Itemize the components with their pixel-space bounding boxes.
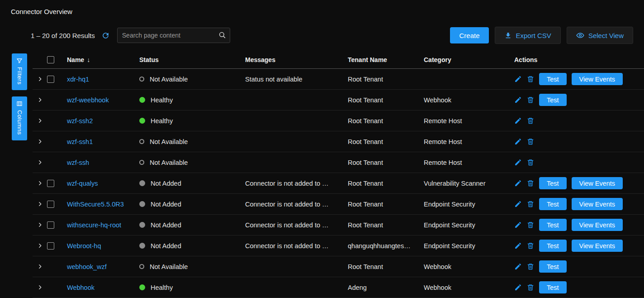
expand-chevron-icon[interactable] [37, 118, 43, 124]
status-label: Not Available [150, 138, 188, 145]
delete-icon[interactable] [527, 179, 534, 187]
delete-icon[interactable] [527, 138, 534, 145]
connector-name-link[interactable]: xdr-hq1 [67, 76, 89, 83]
tenant-name: Adeng [348, 284, 367, 291]
connector-name-link[interactable]: withsecure-hq-root [67, 221, 121, 229]
category-cell: Webhook [424, 284, 514, 291]
expand-chevron-icon[interactable] [37, 222, 43, 228]
view-events-button[interactable]: View Events [572, 219, 623, 231]
expand-chevron-icon[interactable] [37, 264, 43, 269]
row-checkbox[interactable] [47, 201, 54, 208]
category-cell: Webhook [424, 263, 514, 270]
connector-name-link[interactable]: wzf-weebhook [67, 96, 109, 104]
delete-icon[interactable] [527, 263, 534, 270]
test-button[interactable]: Test [539, 94, 567, 106]
test-button[interactable]: Test [539, 219, 567, 231]
row-checkbox[interactable] [47, 221, 54, 229]
connector-name-link[interactable]: wzf-ssh1 [67, 138, 93, 145]
row-checkbox[interactable] [47, 76, 54, 83]
expand-chevron-icon[interactable] [37, 284, 43, 290]
delete-icon[interactable] [527, 242, 534, 250]
edit-icon[interactable] [514, 221, 522, 229]
view-events-button[interactable]: View Events [572, 240, 623, 252]
delete-icon[interactable] [527, 221, 534, 229]
test-button[interactable]: Test [539, 240, 567, 252]
create-button[interactable]: Create [450, 27, 488, 43]
select-view-button[interactable]: Select View [567, 27, 633, 44]
status-not-available-icon [139, 264, 144, 269]
test-button[interactable]: Test [539, 198, 567, 210]
name-cell: Webhook [65, 284, 139, 291]
tenant-cell: Root Tenant [348, 117, 424, 125]
edit-icon[interactable] [514, 117, 522, 125]
select-all-checkbox[interactable] [47, 56, 54, 63]
table-row: WebhookHealthyAdengWebhookTest [33, 277, 644, 298]
message-cell: Status not available [245, 76, 348, 83]
table-row: withsecure-hq-rootNot AddedConnector is … [33, 215, 644, 236]
view-events-button[interactable]: View Events [572, 177, 623, 189]
category-cell: Remote Host [424, 138, 514, 145]
columns-tab[interactable]: Columns [12, 96, 27, 140]
edit-icon[interactable] [514, 200, 522, 208]
expand-chevron-icon[interactable] [37, 139, 43, 144]
test-button[interactable]: Test [539, 73, 567, 85]
filters-tab[interactable]: Filters [12, 53, 27, 90]
expand-chevron-icon[interactable] [37, 201, 43, 207]
connector-name-link[interactable]: wzf-qualys [67, 180, 98, 187]
name-cell: WithSecure5.5.0R3 [65, 201, 139, 208]
category-name: Remote Host [424, 159, 462, 166]
connector-name-link[interactable]: wzf-ssh2 [67, 117, 93, 125]
delete-icon[interactable] [527, 75, 534, 83]
status-cell: Not Added [139, 180, 245, 187]
table-body: xdr-hq1Not AvailableStatus not available… [33, 69, 644, 298]
tenant-name: Root Tenant [348, 159, 383, 166]
export-csv-button[interactable]: Export CSV [495, 27, 561, 44]
edit-icon[interactable] [514, 159, 522, 166]
expand-chevron-icon[interactable] [37, 159, 43, 165]
edit-icon[interactable] [514, 179, 522, 187]
expand-chevron-icon[interactable] [37, 76, 43, 82]
edit-icon[interactable] [514, 242, 522, 250]
search-icon [218, 31, 227, 41]
delete-icon[interactable] [527, 117, 534, 125]
connector-name-link[interactable]: Webhook [67, 284, 95, 291]
edit-icon[interactable] [514, 75, 522, 83]
delete-icon[interactable] [527, 200, 534, 208]
expand-chevron-icon[interactable] [37, 180, 43, 186]
search-input[interactable] [117, 28, 230, 43]
status-cell: Healthy [139, 117, 245, 125]
expand-chevron-icon[interactable] [37, 243, 43, 249]
status-not-available-icon [139, 160, 144, 165]
row-checkbox[interactable] [47, 180, 54, 187]
row-checkbox[interactable] [47, 242, 54, 250]
test-button[interactable]: Test [539, 260, 567, 273]
connector-name-link[interactable]: webhook_wzf [67, 263, 107, 270]
edit-icon[interactable] [514, 263, 522, 270]
edit-icon[interactable] [514, 96, 522, 104]
actions-cell: TestView Events [514, 198, 644, 210]
name-cell: wzf-qualys [65, 180, 139, 187]
edit-icon[interactable] [514, 138, 522, 145]
delete-icon[interactable] [527, 284, 534, 291]
category-cell: Remote Host [424, 159, 514, 166]
view-events-button[interactable]: View Events [572, 198, 623, 210]
tenant-name: Root Tenant [348, 76, 383, 83]
view-events-button[interactable]: View Events [572, 73, 623, 85]
tenant-cell: Root Tenant [348, 96, 424, 104]
status-cell: Not Available [139, 76, 245, 83]
tenant-cell: Root Tenant [348, 201, 424, 208]
connector-name-link[interactable]: Webroot-hq [67, 242, 101, 250]
test-button[interactable]: Test [539, 177, 567, 189]
filter-icon [16, 58, 23, 64]
checkbox-cell [47, 76, 65, 83]
connector-name-link[interactable]: WithSecure5.5.0R3 [67, 201, 124, 208]
delete-icon[interactable] [527, 96, 534, 104]
edit-icon[interactable] [514, 284, 522, 291]
search-box [117, 28, 230, 43]
connector-name-link[interactable]: wzf-ssh [67, 159, 89, 166]
refresh-icon[interactable] [101, 31, 110, 40]
test-button[interactable]: Test [539, 281, 567, 293]
expand-chevron-icon[interactable] [37, 97, 43, 103]
sort-desc-icon[interactable]: ↓ [87, 56, 90, 63]
delete-icon[interactable] [527, 159, 534, 166]
